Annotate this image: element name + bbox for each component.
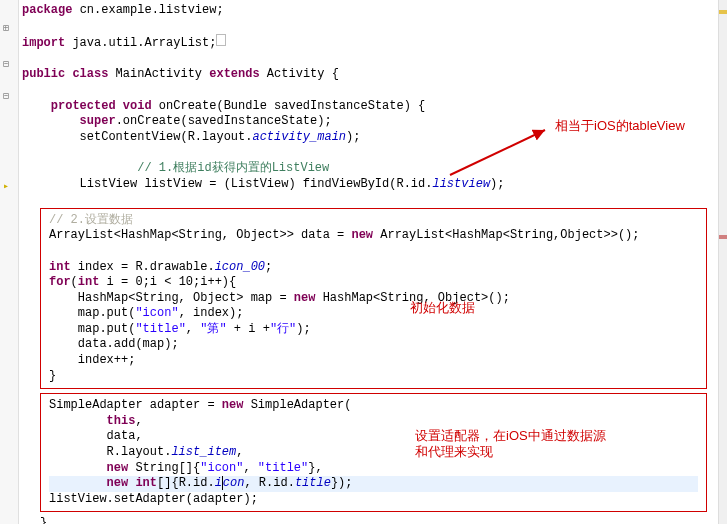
line-listview: ListView listView = (ListView) findViewB… [22,177,727,193]
code-box-data: // 2.设置数据 ArrayList<HashMap<String, Obje… [40,208,707,390]
overview-ruler [718,0,727,524]
line-arg-layout: R.layout.list_item, [49,445,698,461]
line-index: int index = R.drawable.icon_00; [49,260,698,276]
annotation-init: 初始化数据 [410,300,475,317]
line-class: public class MainActivity extends Activi… [22,67,727,83]
line-inc: index++; [49,353,698,369]
line-import: import java.util.ArrayList; [22,34,727,52]
line-hashmap: HashMap<String, Object> map = new HashMa… [49,291,698,307]
method-marker[interactable]: ⊟ [3,90,9,103]
annotation-adapter-2: 和代理来实现 [415,444,493,461]
svg-line-0 [450,130,545,175]
annotation-adapter-1: 设置适配器，在iOS中通过数据源 [415,428,606,445]
line-adapter: SimpleAdapter adapter = new SimpleAdapte… [49,398,698,414]
line-method: protected void onCreate(Bundle savedInst… [22,99,727,115]
gutter: ⊞ ⊟ ⊟ ▸ [0,0,19,524]
code-box-adapter: SimpleAdapter adapter = new SimpleAdapte… [40,393,707,512]
line-arg-int: new int[]{R.id.icon, R.id.title}); [49,476,698,492]
line-cmt1: // 1.根据id获得内置的ListView [22,161,727,177]
line-arraylist: ArrayList<HashMap<String, Object>> data … [49,228,698,244]
line-package: package package cn.example.listview;cn.e… [22,3,727,19]
line-setadapter: listView.setAdapter(adapter); [49,492,698,508]
expand-marker[interactable]: ⊞ [3,22,9,35]
code-area: package package cn.example.listview;cn.e… [22,0,727,208]
line-put1: map.put("icon", index); [49,306,698,322]
line-close-method: } [40,516,727,524]
collapse-marker[interactable]: ⊟ [3,58,9,71]
line-put2: map.put("title", "第" + i +"行"); [49,322,698,338]
annotation-tableview: 相当于iOS的tableView [555,118,685,135]
arrow-1 [440,120,560,180]
line-cmt2: // 2.设置数据 [49,213,698,229]
line-for: for(int i = 0;i < 10;i++){ [49,275,698,291]
line-closefor: } [49,369,698,385]
line-add: data.add(map); [49,337,698,353]
line-arg-str: new String[]{"icon", "title"}, [49,461,698,477]
warn-marker: ▸ [3,180,9,193]
